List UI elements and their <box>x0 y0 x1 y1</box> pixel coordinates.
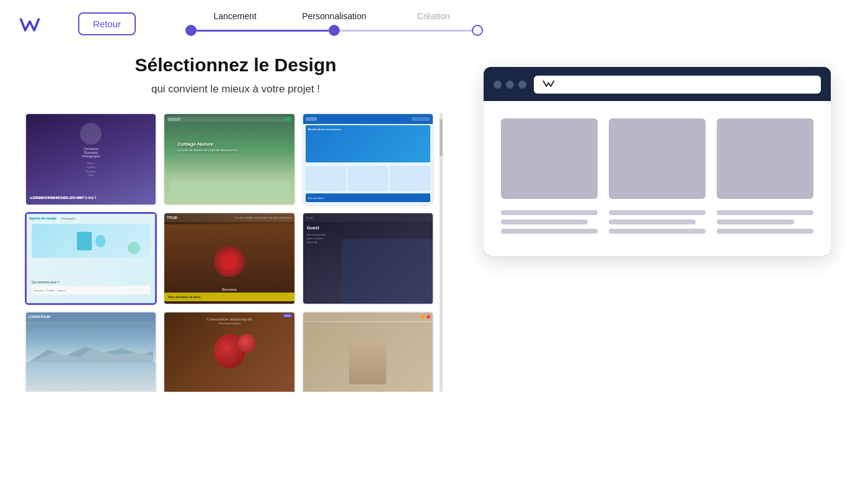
template-preview-2: Cottage-NatureLe point de départ vers ta… <box>164 114 294 205</box>
step-line-2 <box>340 30 472 32</box>
retour-button[interactable]: Retour <box>78 12 136 35</box>
preview-line-3-1 <box>717 210 813 215</box>
template-preview-3: Bientôt admis, lorem ipsum... Nos actual… <box>303 114 433 205</box>
preview-line-col-3 <box>717 210 813 234</box>
browser-dot-2 <box>506 81 514 89</box>
browser-content <box>484 101 831 256</box>
page-subtitle: qui convient le mieux à votre projet ! <box>25 83 446 95</box>
preview-line-3-3 <box>717 229 813 234</box>
template-grid: ChristopheRousseauPhotographe GalerieCon… <box>25 113 446 392</box>
template-preview-5: TITLIEI PIC DE DÉPART VERS TANT DE DÉCOU… <box>164 213 294 304</box>
w-logo-icon <box>19 14 41 36</box>
template-preview-4: Agence de voyage Photographe Qui sommes-… <box>27 214 155 303</box>
browser-url-bar <box>534 76 821 94</box>
header: Retour Lancement Personnalisation Créati… <box>0 0 868 36</box>
preview-line-col-2 <box>609 210 706 234</box>
main-content: Sélectionnez le Design qui convient le m… <box>0 36 868 392</box>
template-preview-6: TITLIEI Guest Nos vous bienvolipsum ut l… <box>303 213 433 304</box>
browser-preview <box>484 67 831 256</box>
step-line-1 <box>197 30 329 32</box>
step-label-lancement: Lancement <box>185 11 285 21</box>
preview-line-2-3 <box>609 229 706 234</box>
step-circle-2 <box>329 25 340 36</box>
template-grid-wrap: ChristopheRousseauPhotographe GalerieCon… <box>25 113 446 392</box>
preview-line-2-2 <box>609 219 696 224</box>
template-card-8[interactable]: Consectetuer adipiscing elitClasse porta… <box>163 311 295 392</box>
page-title: Sélectionnez le Design <box>25 55 446 76</box>
url-logo <box>542 79 560 90</box>
preview-card-3 <box>717 118 813 199</box>
preview-line-2-1 <box>609 210 706 215</box>
template-preview-8: Consectetuer adipiscing elitClasse porta… <box>164 312 294 392</box>
preview-line-1-1 <box>501 210 598 215</box>
scroll-thumb <box>440 119 443 156</box>
template-card-6[interactable]: TITLIEI Guest Nos vous bienvolipsum ut l… <box>302 212 434 305</box>
step-circle-1 <box>185 25 197 36</box>
browser-bar <box>484 67 831 101</box>
preview-line-col-1 <box>501 210 598 234</box>
template-card-7[interactable]: LOREM IPSUM sit amet <box>25 311 157 392</box>
logo <box>19 14 41 36</box>
preview-line-1-2 <box>501 219 588 224</box>
preview-line-1-3 <box>501 229 598 234</box>
template-preview-1: ChristopheRousseauPhotographe GalerieCon… <box>26 114 156 205</box>
scroll-indicator <box>440 113 443 392</box>
preview-card-row <box>501 118 813 199</box>
left-panel: Sélectionnez le Design qui convient le m… <box>25 55 446 392</box>
step-circle-3 <box>472 25 483 36</box>
right-panel <box>471 55 843 392</box>
template-card-2[interactable]: Cottage-NatureLe point de départ vers ta… <box>163 113 295 206</box>
stepper: Lancement Personnalisation Création <box>185 11 483 36</box>
template-card-5[interactable]: TITLIEI PIC DE DÉPART VERS TANT DE DÉCOU… <box>163 212 295 305</box>
stepper-track <box>185 25 483 36</box>
preview-card-2 <box>609 118 706 199</box>
template-preview-9 <box>303 312 433 392</box>
preview-line-3-2 <box>717 219 794 224</box>
template-card-1[interactable]: ChristopheRousseauPhotographe GalerieCon… <box>25 113 157 206</box>
step-label-personnalisation: Personnalisation <box>285 11 384 21</box>
preview-lines <box>501 210 813 234</box>
template-card-4[interactable]: Agence de voyage Photographe Qui sommes-… <box>25 212 157 305</box>
browser-dot-3 <box>518 81 526 89</box>
template-card-3[interactable]: Bientôt admis, lorem ipsum... Nos actual… <box>302 113 434 206</box>
browser-dot-1 <box>494 81 502 89</box>
preview-card-1 <box>501 118 598 199</box>
step-label-creation: Création <box>384 11 483 21</box>
stepper-labels: Lancement Personnalisation Création <box>185 11 483 21</box>
template-2-title: Cottage-NatureLe point de départ vers ta… <box>177 141 237 152</box>
template-preview-7: LOREM IPSUM sit amet <box>26 312 156 392</box>
template-card-9[interactable] <box>302 311 434 392</box>
browser-dots <box>494 81 526 89</box>
